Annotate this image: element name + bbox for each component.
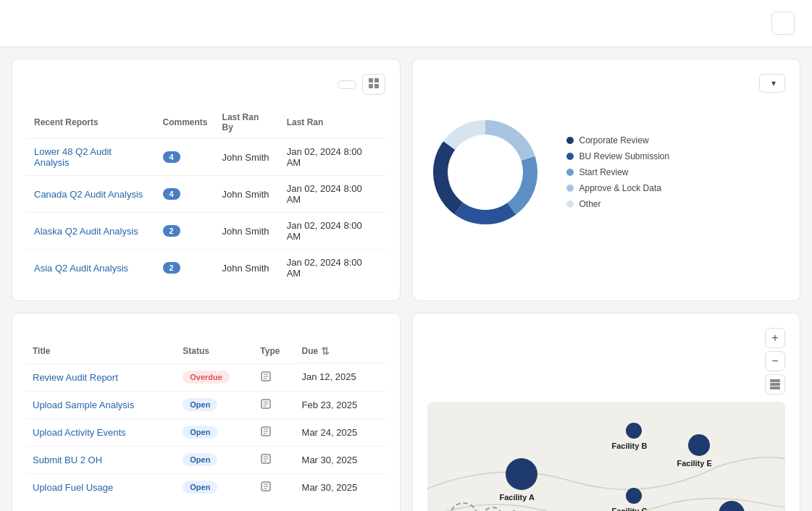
map-controls: + − [765,328,785,394]
svg-rect-16 [770,379,780,382]
task-sort-dropdown[interactable]: ▾ [759,74,785,93]
facility-label: Facility B [612,442,648,450]
col-type: Type [254,339,296,363]
comments-badge: 4 [163,151,180,163]
task-link[interactable]: Review Audit Report [33,372,118,383]
legend-label: BU Review Submission [579,151,670,161]
task-link[interactable]: Upload Fuel Usage [33,482,113,493]
svg-rect-3 [374,84,379,88]
legend-item: BU Review Submission [566,151,670,161]
last-ran: Jan 02, 2024 8:00 AM [280,139,385,176]
table-row: Upload Activity Events Open Mar 24, 2025 [27,418,385,446]
svg-rect-1 [374,78,379,83]
col-last-ran: Last Ran [280,106,385,139]
zoom-out-button[interactable]: − [765,351,785,371]
table-row: Asia Q2 Audit Analysis 2 John Smith Jan … [27,250,385,287]
task-link[interactable]: Upload Sample Analysis [33,400,134,410]
due-date: Mar 30, 2025 [296,473,385,501]
status-badge: Open [183,481,217,494]
report-link[interactable]: Asia Q2 Audit Analysis [34,263,128,274]
report-link[interactable]: Canada Q2 Audit Analysis [34,189,143,200]
header-menu-button[interactable] [771,12,795,35]
col-status: Status [177,339,254,363]
facility-label: Facility C [612,507,648,511]
col-title: Title [27,339,177,363]
legend-label: Start Review [579,167,629,177]
due-date: Mar 24, 2025 [296,418,385,446]
comments-badge: 2 [163,225,180,237]
legend-label: Corporate Review [579,135,649,145]
zoom-in-button[interactable]: + [765,328,785,348]
reports-table: Recent Reports Comments Last Ran By Last… [27,106,385,286]
legend-label: Approve & Lock Data [579,183,661,193]
table-row: Alaska Q2 Audit Analysis 2 John Smith Ja… [27,213,385,250]
status-badge: Open [183,453,217,466]
svg-rect-18 [770,387,780,389]
emissions-header: + − [427,328,786,394]
table-row: Upload Sample Analysis Open Feb 23, 2025 [27,391,385,418]
task-type-icon [260,455,272,467]
legend-dot [566,169,574,176]
chevron-down-icon: ▾ [771,78,776,88]
task-type-icon [260,483,272,494]
last-ran-by: John Smith [215,213,280,250]
table-row: Upload Fuel Usage Open Mar 30, 2025 [27,473,385,501]
task-summary-header: ▾ [427,74,786,93]
col-recent-reports: Recent Reports [27,106,156,139]
comments-badge: 4 [163,188,180,200]
table-row: Submit BU 2 OH Open Mar 30, 2025 [27,446,385,473]
task-type-icon [260,400,272,412]
task-summary-card: ▾ [412,59,801,301]
task-type-icon [260,373,272,384]
last-ran: Jan 02, 2024 8:00 AM [280,250,385,287]
svg-rect-0 [369,78,373,83]
tasks-table: Title Status Type Due ⇅ Review Audit Rep… [27,339,385,501]
legend-dot [566,153,574,160]
reports-layout-button[interactable] [362,74,385,95]
legend-item: Other [566,199,670,209]
legend-dot [566,137,574,144]
col-due: Due ⇅ [296,339,385,363]
reports-header [27,74,385,95]
emissions-map-area[interactable]: Facility AFacility BFacility CFacility D… [427,402,786,511]
facility-dot [506,458,537,490]
last-ran-by: John Smith [215,250,280,287]
last-ran: Jan 02, 2024 8:00 AM [280,176,385,213]
task-link[interactable]: Upload Activity Events [33,427,126,438]
map-legend: 5000+ mt 2000 mt 1000 mt [449,502,520,511]
view-all-button[interactable] [338,80,356,89]
legend-label: Other [579,199,601,209]
status-badge: Open [183,426,217,439]
comments-badge: 2 [163,262,180,274]
facility-dot [626,488,642,504]
open-tasks-card: Title Status Type Due ⇅ Review Audit Rep… [12,313,401,511]
legend-dot [566,185,574,192]
facility-label: Facility A [500,493,535,502]
table-row: Review Audit Report Overdue Jan 12, 2025 [27,363,385,391]
facility-dot [626,423,642,439]
task-summary-content: Corporate Review BU Review Submission St… [427,107,786,237]
reports-actions [338,74,385,95]
facility-label: Facility E [677,459,712,468]
legend-item: Start Review [566,167,670,177]
last-ran: Jan 02, 2024 8:00 AM [280,213,385,250]
table-row: Canada Q2 Audit Analysis 4 John Smith Ja… [27,176,385,213]
svg-rect-2 [369,84,373,88]
map-layers-button[interactable] [765,374,785,394]
task-link[interactable]: Submit BU 2 OH [33,455,102,465]
svg-point-10 [448,135,523,210]
col-comments: Comments [156,106,215,139]
report-link[interactable]: Alaska Q2 Audit Analysis [34,226,138,237]
status-badge: Overdue [183,371,230,384]
table-row: Lower 48 Q2 Audit Analysis 4 John Smith … [27,139,385,176]
last-ran-by: John Smith [215,139,280,176]
facility-dot [719,501,745,511]
sort-icon[interactable]: ⇅ [321,345,330,357]
due-date: Jan 12, 2025 [296,363,385,391]
svg-rect-17 [770,383,780,386]
facility-dot [688,434,710,456]
col-last-ran-by: Last Ran By [215,106,280,139]
status-badge: Open [183,398,217,411]
report-link[interactable]: Lower 48 Q2 Audit Analysis [34,146,112,168]
due-date: Feb 23, 2025 [296,391,385,418]
